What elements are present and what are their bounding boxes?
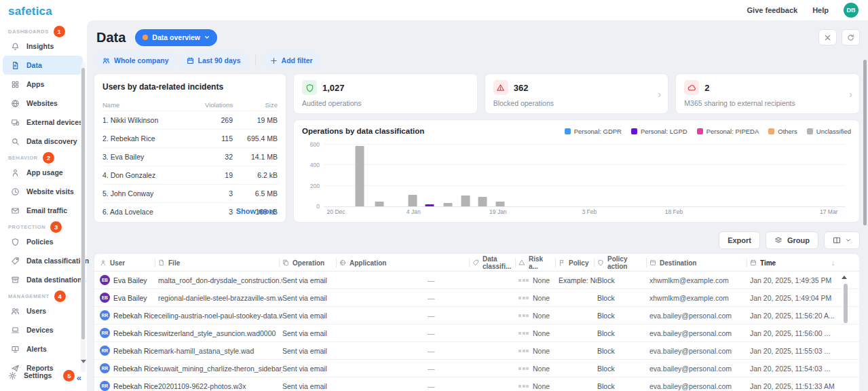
audited-operations-card[interactable]: 1,027 Audited operations <box>293 73 478 114</box>
application: — <box>339 276 472 284</box>
sidebar-item-settings[interactable]: Settings 5 <box>0 366 87 385</box>
incident-row[interactable]: 1. Nikki Wilkinson26919 MB <box>102 111 278 129</box>
refresh-button[interactable] <box>842 29 860 45</box>
m365-sharing-card[interactable]: 2 M365 sharing to external recipients › <box>675 73 860 114</box>
risk-assessment: None <box>518 329 559 337</box>
column-header-time[interactable]: Time↓ <box>750 254 843 272</box>
scope-filter-chip[interactable]: Whole company <box>96 53 175 68</box>
tag-icon <box>472 259 479 266</box>
risk-level-icon <box>518 297 529 299</box>
sidebar-item-data-destinations[interactable]: Data destinations <box>3 270 83 289</box>
column-header-policy-action[interactable]: Policy action <box>597 254 649 272</box>
people-icon <box>102 57 110 64</box>
data-overview-dropdown[interactable]: Data overview <box>135 29 217 46</box>
columns-button[interactable] <box>824 231 860 249</box>
incident-row[interactable]: 3. Eva Bailey3214.1 MB <box>102 147 278 166</box>
sidebar-item-policies[interactable]: Policies <box>3 232 83 251</box>
legend-item: Personal: PIPEDA <box>697 128 759 135</box>
user-name: Rebekah Rice <box>113 312 158 320</box>
sidebar-item-data-classification[interactable]: Data classification <box>3 251 83 270</box>
show-more-link[interactable]: Show more <box>236 207 276 215</box>
refresh-icon <box>847 34 854 41</box>
operations-chart-card: Operations by data classification Person… <box>293 119 860 223</box>
group-button[interactable]: Group <box>766 231 818 249</box>
table-row[interactable]: RRRebekah Ricemark-hamill_astana_style.w… <box>94 342 859 360</box>
sidebar-item-data[interactable]: Data <box>3 56 83 75</box>
user-avatar: RR <box>100 310 110 320</box>
sidebar-item-devices[interactable]: Devices <box>3 320 83 339</box>
sidebar-item-users[interactable]: Users <box>3 301 83 320</box>
risk-level-icon <box>518 332 529 335</box>
table-row[interactable]: RRRebekah Ricekuwait_mining_charlize-the… <box>94 360 859 377</box>
stat-cards: 1,027 Audited operations 362 Blocked ope… <box>293 73 860 114</box>
collapse-sidebar-icon[interactable]: « <box>77 373 81 382</box>
column-header-file[interactable]: File <box>158 254 282 272</box>
sidebar-section-behavior: BEHAVIOR 2 <box>0 153 87 163</box>
add-filter-button[interactable]: Add filter <box>264 53 319 68</box>
period-filter-chip[interactable]: Last 90 days <box>181 53 247 68</box>
close-button[interactable] <box>818 29 837 45</box>
risk-assessment: None <box>518 294 559 302</box>
export-button[interactable]: Export <box>719 231 760 249</box>
shield-check-icon <box>302 80 317 95</box>
sidebar-item-website-visits[interactable]: Website visits <box>3 182 83 201</box>
legend-swatch <box>768 128 774 134</box>
column-header-risk[interactable]: Risk a... <box>518 254 559 272</box>
give-feedback-link[interactable]: Give feedback <box>747 6 798 14</box>
chart-bar <box>444 203 453 206</box>
file-name: mark-hamill_astana_style.wad <box>158 347 282 355</box>
operation: Sent via email <box>282 347 339 355</box>
sidebar-item-external-devices[interactable]: External devices <box>3 113 83 132</box>
tag-icon <box>11 257 20 265</box>
column-header-destination[interactable]: Destination <box>649 254 750 272</box>
incident-row[interactable]: 2. Rebekah Rice115695.4 MB <box>102 129 278 147</box>
sidebar-section-protection: PROTECTION 3 <box>0 222 87 232</box>
time: Jan 20, 2025, 1:49:04 PM <box>750 294 843 302</box>
alert-triangle-icon <box>518 259 525 266</box>
application: — <box>339 382 472 390</box>
column-header-operation[interactable]: Operation <box>282 254 339 272</box>
x-axis-tick: 19 Jan <box>489 208 507 215</box>
safetica-logo: safetica <box>0 0 87 22</box>
table-row[interactable]: RRRebekah Riceswitzerland_style_asuncion… <box>94 324 859 342</box>
sidebar-scrollbar-thumb[interactable] <box>81 68 85 339</box>
time: Jan 20, 2025, 11:56:20 A... <box>750 312 843 320</box>
incident-row[interactable]: 5. John Conway36.5 MB <box>102 184 278 202</box>
sidebar-item-app-usage[interactable]: App usage <box>3 163 83 182</box>
help-link[interactable]: Help <box>812 6 829 14</box>
user-name: Rebekah Rice <box>113 382 158 390</box>
sidebar-item-data-discovery[interactable]: Data discovery <box>3 132 83 151</box>
chart-title: Operations by data classification <box>302 127 424 135</box>
sidebar-item-alerts[interactable]: Alerts <box>3 339 83 358</box>
user-avatar[interactable]: DB <box>844 3 858 18</box>
sidebar-item-email-traffic[interactable]: Email traffic <box>3 201 83 220</box>
annotation-badge-3: 3 <box>50 221 62 233</box>
sidebar-item-insights[interactable]: Insights <box>3 37 83 56</box>
archive-box-icon <box>11 276 20 284</box>
table-row[interactable]: RRRebekah Riceceiling-austria-noel-paul-… <box>94 307 859 324</box>
column-header-application[interactable]: Application <box>339 254 472 272</box>
column-header-data-classification[interactable]: Data classifi... <box>472 254 518 272</box>
users-by-incidents-card: Users by data-related incidents Name Vio… <box>94 73 286 223</box>
card-title: Users by data-related incidents <box>102 82 278 92</box>
sidebar-item-websites[interactable]: Websites <box>3 94 83 113</box>
time: Jan 20, 2025, 11:55:03 ... <box>750 347 843 355</box>
incident-row[interactable]: 4. Don Gonzalez196.2 kB <box>102 166 278 184</box>
table-scrollbar-thumb[interactable] <box>844 284 848 323</box>
table-scrollbar-up-arrow[interactable] <box>842 276 847 279</box>
shield-icon <box>597 259 604 266</box>
sort-desc-icon[interactable]: ↓ <box>831 259 837 267</box>
table-row[interactable]: RRRebekah Rice20201109-9622-photos.w3xSe… <box>94 377 859 391</box>
table-row[interactable]: EBEva Baileyregional-danielle-steel-braz… <box>94 289 859 307</box>
layers-icon <box>774 236 782 244</box>
orange-dot-icon <box>143 35 148 40</box>
column-header-policy[interactable]: Policy <box>559 254 597 272</box>
chevron-down-icon <box>204 35 210 40</box>
plus-icon <box>270 57 278 64</box>
table-row[interactable]: EBEva Baileymalta_roof_don-drysdale_cons… <box>94 272 859 289</box>
sidebar-scrollbar-down-arrow[interactable] <box>81 360 86 363</box>
page-scrollbar-thumb[interactable] <box>863 60 867 225</box>
blocked-operations-card[interactable]: 362 Blocked operations › <box>485 73 669 114</box>
sidebar-item-apps[interactable]: Apps <box>3 75 83 94</box>
column-header-user[interactable]: User <box>100 254 158 272</box>
